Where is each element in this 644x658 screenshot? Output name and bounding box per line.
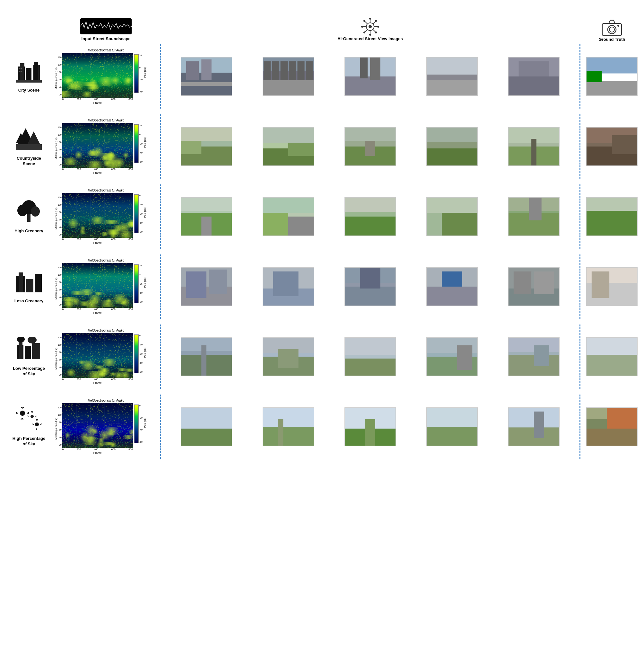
y-axis-label-countryside: Mel frequence (Hz) [54,137,58,159]
gt-img-high-sky [586,408,638,446]
spectrogram-wrapper-low-sky: Mel frequence (Hz)1201008060402002004006… [54,333,157,385]
y-axis-label-low-sky: Mel frequence (Hz) [54,348,58,370]
x-axis-label-low-sky: Frame [93,381,102,385]
row-label-high-sky: High Percentageof Sky [3,405,54,448]
colorbar-tick-labels-countryside: 100-20-40-60 [139,124,142,163]
svg-rect-43 [35,274,42,292]
spectrogram-title-low-sky: MelSpectrogram Of Audio [54,329,157,332]
y-ticks-countryside: 12010080604020 [58,126,62,171]
colorbar-with-label-high-greenery: 0-10-30-50-70PSD [db] [134,193,146,233]
scene-canvas-low-sky-0 [181,338,232,376]
svg-rect-29 [19,68,20,69]
x-axis-label-city: Frame [93,101,102,104]
row-label-text-city: City Scene [18,88,40,93]
svg-point-22 [617,25,619,27]
svg-point-50 [28,337,37,344]
divider-1-high-sky [157,395,164,459]
images-col-countryside [164,127,577,166]
svg-line-60 [22,418,23,420]
scene-img-less-greenery-1 [262,267,314,306]
divider-1-low-sky [157,325,164,389]
svg-line-63 [32,411,33,413]
spectrogram-wrapper-less-greenery: Mel frequence (Hz)1201008060402002004006… [54,263,157,314]
scene-img-high-greenery-4 [508,197,559,236]
data-row-city: City SceneMelSpectrogram Of AudioMel fre… [3,44,641,109]
scene-canvas-high-greenery-1 [263,198,314,236]
divider-1-high-greenery [157,184,164,249]
colorbar-high-greenery: 0-10-30-50-70PSD [db] [134,193,146,238]
header-soundscape-col: Input Street Soundscape [54,18,157,42]
spectrogram-col-high-sky: MelSpectrogram Of AudioMel frequence (Hz… [54,399,157,455]
scene-img-high-greenery-0 [181,197,232,236]
scene-img-countryside-3 [426,127,478,166]
gt-img-low-sky [586,337,638,376]
x-axis-label-less-greenery: Frame [93,311,102,314]
gt-col-countryside [583,127,641,166]
row-label-text-countryside: CountrysideScene [17,156,41,167]
canvas-wrap-countryside: 0200400600800Frame [62,123,133,174]
colorbar-with-label-less-greenery: 205-25-50-80PSD [db] [134,263,146,303]
gt-canvas-high-greenery [586,198,637,236]
row-label-less-greenery: Less Greenery [3,268,54,305]
camera-icon [601,18,623,37]
svg-line-71 [36,428,37,430]
scene-canvas-city-2 [345,58,395,95]
spectrogram-col-countryside: MelSpectrogram Of AudioMel frequence (Hz… [54,118,157,174]
scene-canvas-less-greenery-3 [427,268,477,306]
data-row-countryside: CountrysideSceneMelSpectrogram Of AudioM… [3,114,641,179]
colorbar-city: 200-20-40PSD [db] [134,53,146,98]
gt-col-low-sky [583,337,641,376]
canvas-wrap-low-sky: 0200400600800Frame [62,333,133,385]
scene-canvas-high-sky-0 [181,408,232,446]
x-axis-high-greenery: 0200400600800Frame [62,238,133,244]
scene-canvas-low-sky-4 [508,338,559,376]
row-icon-less-greenery [16,269,42,297]
gt-canvas-city [586,58,637,95]
row-label-city: City Scene [3,59,54,94]
colorbar-tick-labels-high-greenery: 0-10-30-50-70 [139,194,142,233]
header-gt-col: Ground Truth [583,18,641,42]
scene-img-high-greenery-2 [344,197,396,236]
scene-canvas-countryside-3 [427,128,477,166]
ai-icon [359,17,382,36]
spectrogram-col-city: MelSpectrogram Of AudioMel frequence (Hz… [54,48,157,104]
data-row-high-sky: High Percentageof SkyMelSpectrogram Of A… [3,395,641,459]
svg-point-39 [17,205,28,216]
svg-rect-47 [25,346,31,359]
scene-img-low-sky-3 [426,337,478,376]
y-axis-countryside: Mel frequence (Hz)12010080604020 [54,123,62,174]
scene-canvas-countryside-4 [508,128,559,166]
scene-img-countryside-0 [181,127,232,166]
x-axis-high-sky: 0200400600800Frame [62,448,133,455]
y-axis-less-greenery: Mel frequence (Hz)12010080604020 [54,263,62,314]
data-row-low-sky: Low Percentageof SkyMelSpectrogram Of Au… [3,325,641,389]
svg-point-2 [369,25,372,28]
spectrogram-col-high-greenery: MelSpectrogram Of AudioMel frequence (Hz… [54,189,157,244]
spectrogram-canvas-high-greenery [62,193,133,238]
canvas-wrap-high-greenery: 0200400600800Frame [62,193,133,244]
scene-img-low-sky-4 [508,337,559,376]
colorbar-less-greenery: 205-25-50-80PSD [db] [134,263,146,308]
gt-col-high-greenery [583,197,641,236]
colorbar-bar-high-sky [134,404,139,443]
row-label-text-less-greenery: Less Greenery [15,299,43,304]
svg-line-70 [32,424,34,424]
row-label-text-high-sky: High Percentageof Sky [13,436,46,447]
row-icon-city [16,60,42,86]
scene-img-city-2 [344,57,396,96]
y-ticks-less-greenery: 12010080604020 [58,266,62,311]
svg-point-17 [363,31,365,34]
gt-header-title: Ground Truth [598,37,625,42]
scene-img-high-sky-1 [262,408,314,446]
colorbar-high-sky: 0-20-40-60PSD [db] [134,403,146,448]
rows-container: City SceneMelSpectrogram Of AudioMel fre… [3,44,641,465]
svg-rect-38 [27,214,30,222]
data-row-high-greenery: High GreeneryMelSpectrogram Of AudioMel … [3,184,641,249]
scene-img-countryside-1 [262,127,314,166]
scene-img-less-greenery-2 [344,267,396,306]
row-label-countryside: CountrysideScene [3,125,54,168]
row-icon-high-greenery [16,199,42,226]
colorbar-tick-labels-high-sky: 0-20-40-60 [139,404,142,443]
svg-rect-25 [26,68,31,81]
svg-rect-30 [21,68,22,69]
